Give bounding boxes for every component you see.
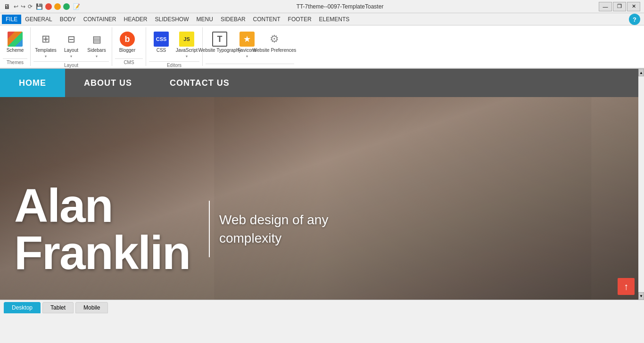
preferences-label: Website Preferences [253, 48, 297, 53]
themes-group-label: Themes [3, 58, 27, 66]
templates-button[interactable]: ⊞ Templates▼ [33, 29, 58, 61]
menu-file[interactable]: FILE [2, 15, 21, 24]
favicons-icon: ★ [239, 32, 255, 47]
sidebars-label: Sidebars▼ [87, 48, 106, 59]
themes-buttons: Scheme [3, 27, 27, 58]
scheme-icon [8, 32, 23, 47]
toolbar-icons: 🖥 ↩ ↪ ⟳ 💾 📝 [4, 3, 81, 10]
blogger-logo: b [120, 32, 135, 47]
scrollbar-track [638, 76, 644, 292]
cms-buttons: b Blogger [115, 27, 143, 58]
templates-chevron: ▼ [44, 55, 48, 58]
minimize-button[interactable]: — [599, 2, 612, 11]
tab-desktop[interactable]: Desktop [4, 302, 41, 313]
templates-icon: ⊞ [38, 32, 53, 47]
editors-group-label: Editors [149, 61, 199, 69]
layout-button[interactable]: ⊟ Layout▼ [59, 29, 83, 61]
ribbon-group-themes: Scheme Themes [0, 27, 31, 66]
typography-logo: T [212, 32, 227, 47]
ribbon: Scheme Themes ⊞ Templates▼ ⊟ Layout▼ ▤ S… [0, 25, 644, 69]
tab-tablet[interactable]: Tablet [42, 302, 74, 313]
window-controls[interactable]: — ❐ ✕ [599, 2, 640, 11]
hero-section: Alan Franklin Web design of any complexi… [0, 97, 644, 300]
website-typography-button[interactable]: T Website Typography [206, 29, 234, 56]
website-preferences-button[interactable]: ⚙ Website Preferences [260, 29, 289, 56]
ribbon-group-cms: b Blogger CMS [112, 27, 146, 66]
blogger-button[interactable]: b Blogger [115, 29, 140, 56]
preview-area: HOME ABOUT US CONTACT US Alan Franklin W… [0, 69, 644, 300]
blogger-label: Blogger [119, 48, 135, 53]
layout-chevron: ▼ [70, 55, 73, 58]
hero-content: Alan Franklin Web design of any complexi… [14, 182, 644, 276]
ribbon-group-layout: ⊞ Templates▼ ⊟ Layout▼ ▤ Sidebars▼ Layou… [31, 27, 112, 66]
menu-container[interactable]: CONTAINER [80, 15, 120, 24]
sidebars-button[interactable]: ▤ Sidebars▼ [84, 29, 109, 61]
menu-footer[interactable]: FOOTER [284, 15, 315, 24]
sidebars-chevron: ▼ [95, 55, 99, 58]
favicons-button[interactable]: ★ Favicons▼ [235, 29, 259, 61]
css-label: CSS [157, 48, 166, 53]
css-button[interactable]: CSS CSS [149, 29, 173, 56]
title-bar: 🖥 ↩ ↪ ⟳ 💾 📝 TT-7theme--0097-TemplateToas… [0, 0, 644, 13]
preview-scrollbar[interactable]: ▲ ▼ [638, 69, 644, 300]
layout-icon: ⊟ [64, 32, 79, 47]
scheme-label: Scheme [7, 48, 24, 53]
menu-general[interactable]: GENERAL [21, 15, 56, 24]
nav-home[interactable]: HOME [0, 69, 65, 97]
menu-menu[interactable]: MENU [193, 15, 217, 24]
window-title: TT-7theme--0097-TemplateToaster [297, 3, 384, 10]
menu-slideshow[interactable]: SLIDESHOW [151, 15, 193, 24]
website-nav: HOME ABOUT US CONTACT US [0, 69, 644, 97]
templates-label: Templates▼ [35, 48, 57, 59]
close-button[interactable]: ✕ [627, 2, 640, 11]
menu-body[interactable]: BODY [56, 15, 80, 24]
hero-divider [209, 201, 210, 257]
website-buttons: T Website Typography ★ Favicons▼ ⚙ Websi… [206, 27, 294, 64]
menu-elements[interactable]: ELEMENTS [315, 15, 354, 24]
menu-header[interactable]: HEADER [120, 15, 151, 24]
hero-tagline: Web design of any complexity [219, 211, 380, 247]
restore-button[interactable]: ❐ [613, 2, 626, 11]
js-logo: JS [179, 32, 194, 47]
sidebars-icon: ▤ [89, 32, 104, 47]
favicons-chevron: ▼ [246, 55, 249, 58]
tab-mobile[interactable]: Mobile [75, 302, 108, 313]
blogger-icon: b [120, 32, 135, 47]
hero-last-name: Franklin [14, 229, 190, 276]
javascript-label: JavaScript▼ [176, 48, 198, 59]
scheme-button[interactable]: Scheme [3, 29, 27, 56]
ribbon-group-website: T Website Typography ★ Favicons▼ ⚙ Websi… [203, 27, 297, 66]
ribbon-group-editors: CSS CSS JS JavaScript▼ Editors [146, 27, 203, 66]
preferences-icon: ⚙ [267, 32, 282, 47]
layout-label: Layout▼ [64, 48, 78, 59]
favicons-logo: ★ [239, 32, 255, 47]
hero-first-name: Alan [14, 182, 190, 229]
menu-bar: FILE GENERAL BODY CONTAINER HEADER SLIDE… [0, 13, 644, 25]
javascript-icon: JS [179, 32, 194, 47]
menu-content[interactable]: CONTENT [249, 15, 284, 24]
menu-sidebar[interactable]: SIDEBAR [217, 15, 249, 24]
scrollbar-down[interactable]: ▼ [638, 292, 644, 300]
title-bar-left: 🖥 ↩ ↪ ⟳ 💾 📝 [4, 3, 81, 10]
nav-about[interactable]: ABOUT US [65, 69, 151, 97]
help-button[interactable]: ? [629, 14, 640, 25]
website-group-label [206, 64, 294, 66]
cms-group-label: CMS [115, 58, 143, 66]
js-chevron: ▼ [185, 55, 189, 58]
scrollbar-up[interactable]: ▲ [638, 69, 644, 76]
layout-buttons: ⊞ Templates▼ ⊟ Layout▼ ▤ Sidebars▼ [33, 27, 109, 61]
nav-contact[interactable]: CONTACT US [151, 69, 248, 97]
editors-buttons: CSS CSS JS JavaScript▼ [149, 27, 199, 61]
typography-icon: T [212, 32, 227, 47]
css-icon: CSS [154, 32, 169, 47]
javascript-button[interactable]: JS JavaScript▼ [174, 29, 199, 61]
bottom-bar: Desktop Tablet Mobile [0, 300, 644, 315]
css-logo: CSS [154, 32, 169, 47]
scheme-color-icon [8, 32, 23, 47]
layout-group-label: Layout [33, 61, 109, 69]
scroll-up-button[interactable]: ↑ [618, 278, 635, 295]
